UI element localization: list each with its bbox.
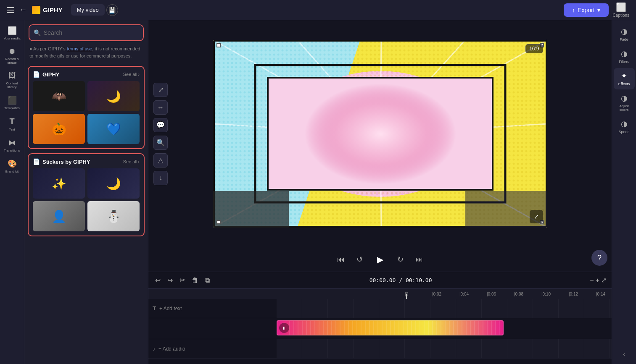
speed-icon: ◑ — [621, 119, 628, 128]
play-button[interactable]: ▶ — [372, 251, 388, 267]
right-tool-speed[interactable]: ◑ Speed — [614, 116, 635, 137]
undo-button[interactable]: ↩ — [153, 275, 162, 286]
gif-preview-4: 💙 — [87, 114, 140, 144]
sidebar-label-your-media: Your media — [3, 37, 20, 40]
sticker-item-2[interactable]: 🌙 — [87, 168, 140, 199]
right-tool-adjust-colors[interactable]: ◑ Adjust colors — [614, 90, 635, 115]
ruler-mark-04: |0:04 — [459, 292, 469, 296]
svg-point-21 — [305, 84, 456, 184]
tab-my-video[interactable]: My video — [71, 4, 105, 16]
cut-button[interactable]: ✂ — [178, 275, 187, 286]
text-track-label: T + Add text — [148, 305, 277, 312]
playback-controls: ⏮ ↺ ▶ ↻ ⏭ — [148, 247, 612, 272]
audio-track-row: ♪ + Add audio — [148, 339, 612, 359]
giphy-see-all-button[interactable]: See all › — [123, 72, 140, 77]
help-button[interactable]: ? — [591, 250, 607, 266]
save-icon[interactable]: 💾 — [106, 4, 118, 16]
sidebar-item-record[interactable]: ⏺ Record &create — [2, 45, 23, 67]
top-bar: ← GIPHY My video 💾 ↑ Export ▾ ⬜ Captions — [0, 0, 636, 20]
fullscreen-button[interactable]: ⤢ — [530, 210, 543, 223]
sticker-item-4[interactable]: ⛄ — [87, 201, 140, 231]
zoom-controls: − + ⤢ — [590, 276, 607, 284]
sticker-item-3[interactable]: 👤 — [33, 201, 85, 231]
back-button[interactable]: ← — [19, 5, 27, 14]
timeline-toolbar: ↩ ↪ ✂ 🗑 ⧉ 00:00.00 / 00:10.00 − + ⤢ — [148, 272, 612, 289]
right-sidebar: ◑ Fade ◑ Filters ✦ Effects ◑ Adjust colo… — [612, 20, 636, 364]
captions-icon: ⬜ — [616, 2, 626, 12]
zoom-out-button[interactable]: − — [590, 277, 594, 284]
current-time: 00:00.00 — [369, 277, 396, 283]
aspect-ratio-badge: 16:9 — [525, 44, 543, 53]
search-icon: 🔍 — [34, 29, 41, 36]
shape-tool-button[interactable]: △ — [153, 153, 168, 168]
gif-item-2[interactable]: 🌙 — [87, 81, 140, 111]
crop-tool-button[interactable]: ⤢ — [153, 83, 168, 97]
sticker-preview-1: ✨ — [33, 168, 85, 199]
clip-button[interactable]: ⧉ — [203, 275, 211, 286]
gif-item-1[interactable]: 🦇 — [33, 81, 85, 111]
redo-button[interactable]: ↪ — [166, 275, 174, 286]
rewind-button[interactable]: ↺ — [354, 252, 365, 267]
export-chevron-icon: ▾ — [597, 7, 600, 13]
audio-track-label: ♪ + Add audio — [148, 346, 277, 352]
sidebar-item-content-library[interactable]: 🖼 Contentlibrary — [2, 69, 23, 92]
text-track-icon: T — [153, 305, 156, 312]
captions-panel[interactable]: ⬜ Captions — [613, 2, 629, 18]
filters-label: Filters — [619, 60, 629, 64]
delete-button[interactable]: 🗑 — [190, 275, 200, 286]
sidebar-item-text[interactable]: T Text — [2, 114, 23, 134]
forward-button[interactable]: ↻ — [395, 252, 406, 267]
resize-tool-button[interactable]: ↔ — [153, 100, 168, 115]
stickers-see-all-button[interactable]: See all › — [123, 159, 140, 164]
search-input[interactable] — [29, 25, 143, 40]
stickers-chevron-icon: › — [138, 159, 140, 164]
video-track-content: ⏸ — [277, 318, 612, 339]
right-tool-fade[interactable]: ◑ Fade — [614, 24, 635, 45]
sidebar-item-your-media[interactable]: ⬜ Your media — [2, 24, 23, 43]
skip-back-button[interactable]: ⏮ — [335, 253, 347, 267]
app-logo: GIPHY — [32, 6, 63, 14]
gif-preview-3: 🎃 — [33, 114, 85, 144]
gif-item-3[interactable]: 🎃 — [33, 114, 85, 144]
filters-icon: ◑ — [621, 49, 628, 58]
skip-forward-button[interactable]: ⏭ — [413, 253, 425, 267]
text-track-row: T + Add text — [148, 299, 612, 318]
clip-pause-button[interactable]: ⏸ — [279, 323, 289, 333]
add-text-button[interactable]: + Add text — [159, 306, 182, 312]
stickers-section: 📄 Stickers by GIPHY See all › ✨ 🌙 👤 — [28, 153, 145, 236]
video-clip[interactable]: ⏸ — [277, 320, 504, 335]
ruler-marks: |0 |0:02 |0:04 |0:06 |0:08 |0:10 |0:12 |… — [405, 289, 612, 299]
right-tool-filters[interactable]: ◑ Filters — [614, 46, 635, 67]
sidebar-item-transitions[interactable]: ⧓ Transitions — [2, 136, 23, 155]
svg-rect-23 — [213, 191, 289, 228]
gif-item-4[interactable]: 💙 — [87, 114, 140, 144]
search-tool-button[interactable]: 🔍 — [153, 136, 168, 150]
canvas-tools: ⤢ ↔ 💬 🔍 △ ↓ — [153, 83, 168, 185]
fit-button[interactable]: ⤢ — [601, 276, 607, 284]
stickers-title: 📄 Stickers by GIPHY — [33, 158, 90, 165]
export-button[interactable]: ↑ Export ▾ — [564, 3, 608, 17]
clip-waveform — [289, 321, 503, 335]
stickers-section-header: 📄 Stickers by GIPHY See all › — [33, 158, 140, 165]
right-tool-effects[interactable]: ✦ Effects — [614, 68, 635, 89]
export-label: Export — [578, 7, 594, 13]
search-wrap: 🔍 — [29, 24, 144, 41]
arrow-tool-button[interactable]: ↓ — [153, 171, 168, 185]
add-audio-button[interactable]: + Add audio — [158, 346, 185, 352]
sidebar-item-brand-kit[interactable]: 🎨 Brand kit — [2, 157, 23, 176]
sidebar-item-templates[interactable]: ⬛ Templates — [2, 93, 23, 113]
sticker-item-1[interactable]: ✨ — [33, 168, 85, 199]
effects-label: Effects — [618, 82, 630, 86]
right-sidebar-collapse-button[interactable]: ‹ — [620, 347, 628, 361]
menu-icon[interactable] — [7, 7, 14, 13]
caption-tool-button[interactable]: 💬 — [153, 118, 168, 132]
zoom-in-button[interactable]: + — [596, 277, 599, 284]
sidebar-label-templates: Templates — [4, 106, 19, 110]
left-panel: 🔍 ● As per GIPHY's terms of use, it is n… — [24, 20, 148, 364]
playhead — [406, 294, 407, 299]
text-icon: T — [9, 117, 14, 126]
terms-of-use-link[interactable]: terms of use — [67, 46, 92, 51]
timeline-ruler: |0 |0:02 |0:04 |0:06 |0:08 |0:10 |0:12 |… — [148, 289, 612, 299]
comic-background-svg — [213, 40, 547, 228]
stickers-icon: 📄 — [33, 158, 40, 165]
